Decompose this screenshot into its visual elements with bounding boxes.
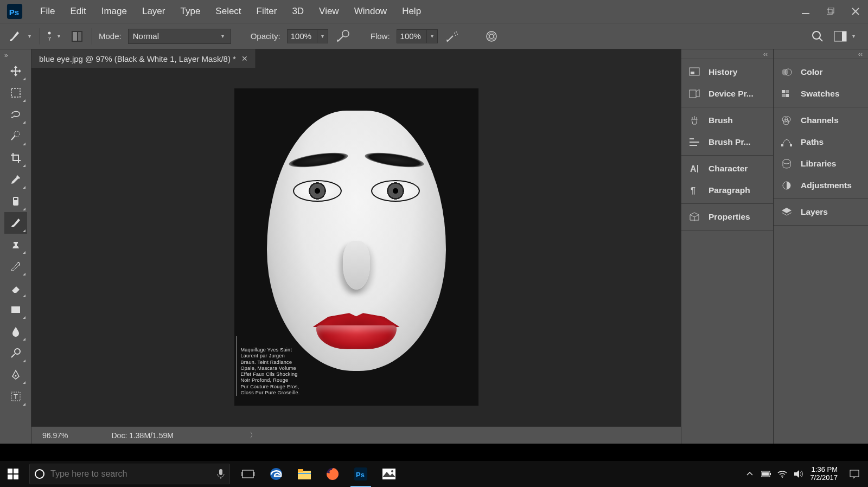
svg-point-10 [454,33,455,34]
menu-help[interactable]: Help [394,3,429,20]
clone-stamp-tool[interactable] [4,234,27,255]
pressure-opacity-icon[interactable] [335,28,351,44]
taskbar-app-edge[interactable] [263,461,290,487]
start-button[interactable] [0,461,26,487]
blend-mode-select[interactable]: Normal ▾ [128,29,231,44]
panel-device-preview[interactable]: Device Pr... [681,83,773,105]
brush-tool[interactable] [4,212,27,234]
panel-brush[interactable]: Brush [681,110,773,131]
menu-3d[interactable]: 3D [284,3,311,20]
wifi-icon[interactable] [777,469,787,479]
menu-select[interactable]: Select [208,3,248,20]
document-size[interactable]: Doc: 1.38M/1.59M [111,431,173,440]
crop-tool[interactable] [4,147,27,169]
zoom-level[interactable]: 96.97% [42,431,68,440]
healing-brush-tool[interactable] [4,190,27,212]
taskbar-app-firefox[interactable] [319,461,346,487]
panel-properties[interactable]: Properties [681,206,773,228]
microphone-icon[interactable] [216,469,225,479]
brush-size-value: 7 [48,36,51,42]
workspace-switcher[interactable]: ▾ [834,31,857,42]
action-center-icon[interactable] [844,461,865,487]
panel-swatches[interactable]: Swatches [774,83,868,105]
collapse-dock-left[interactable]: ‹‹ [681,49,773,59]
blur-tool[interactable] [4,321,27,342]
menu-file[interactable]: File [33,3,62,20]
panel-libraries[interactable]: Libraries [774,153,868,175]
paths-icon [779,136,794,149]
eyedropper-tool[interactable] [4,169,27,190]
history-brush-tool[interactable] [4,255,27,277]
canvas[interactable]: Maquillage Yves Saint Laurent par Jurgen… [31,68,681,426]
maximize-button[interactable] [818,2,843,21]
svg-rect-73 [850,470,859,477]
pressure-size-icon[interactable] [483,28,500,44]
dodge-tool[interactable] [4,342,27,364]
battery-icon[interactable] [761,469,771,479]
panel-layers[interactable]: Layers [774,201,868,223]
close-button[interactable] [843,2,868,21]
minimize-button[interactable] [793,2,818,21]
opacity-input[interactable]: 100% [287,29,317,43]
menu-type[interactable]: Type [173,3,208,20]
toolbox-expand-handle[interactable]: » [0,50,31,60]
gradient-tool[interactable] [4,299,27,321]
eraser-tool[interactable] [4,277,27,299]
menu-image[interactable]: Image [94,3,135,20]
quick-select-tool[interactable] [4,125,27,147]
workspace-icon [834,31,847,42]
flow-input[interactable]: 100% [397,29,427,43]
opacity-dropdown[interactable]: ▾ [317,29,328,43]
collapse-dock-right[interactable]: ‹‹ [774,49,868,59]
taskbar-search[interactable] [29,464,230,484]
svg-point-11 [456,31,457,33]
svg-rect-70 [762,472,769,476]
search-icon[interactable] [811,30,824,43]
right-panel-dock: ‹‹ History Device Pr... Brush Brush Pr..… [681,49,868,444]
pen-tool[interactable] [4,364,27,386]
panel-character[interactable]: ACharacter [681,158,773,180]
panel-paths[interactable]: Paths [774,131,868,153]
menu-edit[interactable]: Edit [62,3,93,20]
menu-window[interactable]: Window [347,3,394,20]
type-tool[interactable]: T [4,386,27,407]
brush-panel-toggle-icon[interactable] [69,28,85,44]
panel-channels[interactable]: Channels [774,110,868,131]
panel-brush-presets[interactable]: Brush Pr... [681,131,773,153]
task-view-button[interactable] [234,461,261,487]
flow-dropdown[interactable]: ▾ [427,29,438,43]
taskbar-clock[interactable]: 1:36 PM 7/2/2017 [810,466,838,482]
svg-point-5 [48,31,51,34]
taskbar-app-photos[interactable] [375,461,403,487]
document-status-bar: 96.97% Doc: 1.38M/1.59M 〉 [31,426,681,444]
panel-history[interactable]: History [681,61,773,83]
close-icon[interactable]: ✕ [241,54,248,63]
tool-preset-picker[interactable]: ▾ [7,28,33,44]
marquee-tool[interactable] [4,82,27,104]
panel-adjustments[interactable]: Adjustments [774,175,868,196]
flow-label: Flow: [371,31,390,41]
panel-label: Brush [709,116,733,125]
status-flyout-icon[interactable]: 〉 [250,431,257,440]
photoshop-logo-icon: Ps [5,2,24,21]
document-tab[interactable]: blue eye.jpg @ 97% (Black & White 1, Lay… [31,49,256,68]
taskbar-app-photoshop[interactable]: Ps [347,461,374,487]
tray-overflow-icon[interactable] [745,469,755,479]
panel-paragraph[interactable]: ¶Paragraph [681,180,773,201]
panel-color[interactable]: Color [774,61,868,83]
menu-layer[interactable]: Layer [135,3,173,20]
taskbar-app-explorer[interactable] [291,461,318,487]
adjustments-icon [779,179,794,192]
svg-rect-7 [73,32,77,41]
svg-rect-34 [690,138,694,139]
airbrush-icon[interactable] [444,28,461,44]
menu-filter[interactable]: Filter [249,3,285,20]
lasso-tool[interactable] [4,104,27,125]
move-tool[interactable] [4,60,27,82]
mode-label: Mode: [99,31,122,41]
taskbar-search-input[interactable] [50,469,211,479]
brush-size-picker[interactable]: 7 ▾ [47,30,62,42]
menu-view[interactable]: View [311,3,347,20]
svg-point-72 [782,477,783,478]
volume-icon[interactable] [794,469,803,479]
